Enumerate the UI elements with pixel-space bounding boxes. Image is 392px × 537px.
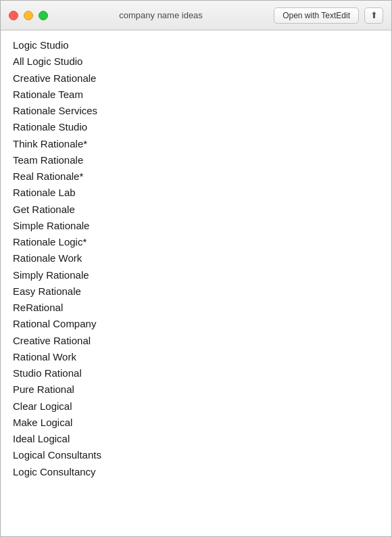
title-bar: × company name ideas Open with TextEdit … <box>1 1 391 30</box>
list-item: Studio Rational <box>13 365 379 381</box>
list-item: Clear Logical <box>13 398 379 415</box>
open-with-textedit-button[interactable]: Open with TextEdit <box>274 7 359 24</box>
list-item: Rationale Lab <box>13 185 379 201</box>
list-item: Think Rationale* <box>13 136 379 152</box>
share-icon: ⬆ <box>370 10 378 20</box>
list-item: Ideal Logical <box>13 431 379 447</box>
list-item: All Logic Studio <box>13 53 379 70</box>
list-item: Logic Consultancy <box>13 464 379 480</box>
list-item: Rationale Studio <box>13 119 379 135</box>
list-item: Rationale Services <box>13 103 379 119</box>
content-area: Logic StudioAll Logic StudioCreative Rat… <box>1 30 391 536</box>
maximize-button[interactable] <box>39 11 48 20</box>
list-item: Rationale Work <box>13 250 379 266</box>
window-controls: × <box>9 11 48 20</box>
list-item: Make Logical <box>13 415 379 431</box>
list-item: Logical Consultants <box>13 447 379 463</box>
list-item: Creative Rational <box>13 333 379 349</box>
minimize-button[interactable] <box>24 11 33 20</box>
list-item: ReRational <box>13 300 379 316</box>
toolbar-right: Open with TextEdit ⬆ <box>274 7 383 24</box>
list-item: Get Rationale <box>13 202 379 218</box>
list-item: Team Rationale <box>13 152 379 168</box>
list-item: Rationale Logic* <box>13 234 379 250</box>
list-item: Pure Rational <box>13 381 379 398</box>
list-item: Real Rationale* <box>13 168 379 185</box>
list-item: Easy Rationale <box>13 283 379 300</box>
share-button[interactable]: ⬆ <box>364 7 383 24</box>
name-list: Logic StudioAll Logic StudioCreative Rat… <box>13 37 379 480</box>
list-item: Rational Company <box>13 316 379 332</box>
list-item: Simple Rationale <box>13 218 379 234</box>
list-item: Simply Rationale <box>13 267 379 283</box>
list-item: Rationale Team <box>13 87 379 103</box>
list-item: Rational Work <box>13 349 379 365</box>
list-item: Creative Rationale <box>13 70 379 87</box>
list-item: Logic Studio <box>13 37 379 53</box>
window-title: company name ideas <box>48 10 274 20</box>
main-window: × company name ideas Open with TextEdit … <box>0 0 392 537</box>
close-button[interactable]: × <box>9 11 18 20</box>
